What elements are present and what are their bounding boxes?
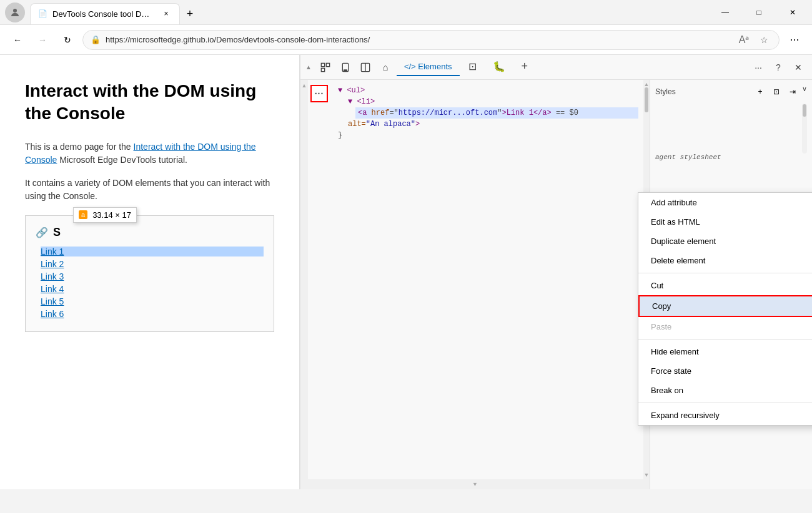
svg-rect-3 [321,68,324,71]
devtools-tabs: </> Elements ⊡ 🐛 + [397,56,747,78]
link-6[interactable]: Link 6 [41,309,264,319]
url-bar[interactable]: 🔒 https://microsoftedge.github.io/Demos/… [82,30,780,50]
link-2[interactable]: Link 2 [41,259,264,269]
tab-console[interactable]: ⊡ [461,57,484,77]
styles-add-icon[interactable]: + [753,85,767,99]
forward-button[interactable]: → [32,30,52,50]
li-tag: ▼ <li> [348,97,375,106]
alt-attr: alt= [348,120,366,129]
tab-sources[interactable]: 🐛 [485,57,513,77]
tooltip-letter: a [79,210,87,219]
dom-line-a[interactable]: <a href="https://micr...oft.com">Link 1<… [355,107,638,119]
dom-scroll-up[interactable]: ▲ [305,64,312,71]
demo-box: 🔗 S a 33.14 × 17 Link 1 Link 2 Link 3 Li… [25,215,274,332]
devtools-more-button[interactable]: ··· [750,59,767,76]
ctx-divider-1 [638,273,812,273]
close-button[interactable]: ✕ [778,2,807,22]
scroll-up-arrow[interactable]: ▲ [302,82,307,89]
tab-title: DevTools Console tool DOM inte [52,9,156,19]
scrollbar-thumb[interactable] [645,87,648,112]
scroll-up[interactable]: ▲ [644,81,650,87]
styles-collapse[interactable]: ∨ [802,85,807,99]
browser-more-button[interactable]: ··· [785,30,805,50]
ctx-duplicate[interactable]: Duplicate element [638,232,812,251]
link-1[interactable]: Link 1 [41,247,264,256]
url-icons: Aᵃ ☆ [736,32,771,47]
ctx-break-on[interactable]: Break on ▶ [638,381,812,400]
svg-point-0 [13,9,17,12]
link-4[interactable]: Link 4 [41,284,264,294]
alt-value: "An alpaca" [366,120,415,129]
desc-text-end: Microsoft Edge DevTools tutorial. [57,155,187,165]
ul-tag: ▼ <ul> [338,86,365,95]
ctx-copy[interactable]: Copy ▶ [638,295,812,317]
ctx-hide[interactable]: Hide element [638,342,812,361]
dom-line-li: ▼ <li> [345,96,638,107]
ctx-cut[interactable]: Cut [638,276,812,295]
minimize-button[interactable]: — [711,2,740,22]
ctx-force-state[interactable]: Force state ▶ [638,361,812,381]
window-controls: — □ ✕ [711,2,807,22]
device-icon[interactable] [337,59,354,76]
svg-rect-1 [321,63,324,66]
refresh-button[interactable]: ↻ [57,30,77,50]
dom-line-img: alt="An alpaca"> [345,119,638,130]
dom-line-ul: ▼ <ul> [335,85,638,96]
link-3[interactable]: Link 3 [41,271,264,281]
favorites-icon[interactable]: ☆ [756,32,771,47]
tab-bar: 📄 DevTools Console tool DOM inte × + [30,1,200,24]
address-bar: ← → ↻ 🔒 https://microsoftedge.github.io/… [0,25,812,55]
tab-close-button[interactable]: × [161,8,172,19]
styles-header: Styles + ⊡ ⇥ ∨ [655,85,807,99]
dom-tree: ▼ <ul> ▼ <li> <a href="https://micr...of… [330,80,643,479]
ctx-expand[interactable]: Expand recursively [638,406,812,425]
read-aloud-icon[interactable]: Aᵃ [736,32,751,47]
svg-rect-2 [326,63,329,66]
scroll-down[interactable]: ▼ [644,472,650,478]
ctx-divider-3 [638,403,812,403]
styles-icons: + ⊡ ⇥ ∨ [753,85,807,99]
browser-tab[interactable]: 📄 DevTools Console tool DOM inte × [30,3,180,24]
attr-href-value: https://micr...oft.com [399,109,497,117]
ctx-add-attribute[interactable]: Add attribute [638,193,812,212]
more-dots-button[interactable]: ··· [310,85,328,102]
tab-favicon: 📄 [38,9,47,18]
styles-label: Styles [655,87,676,96]
svg-rect-5 [344,70,347,71]
tooltip-dimensions: 33.14 × 17 [92,210,131,220]
devtools-close-button[interactable]: ✕ [790,59,807,76]
user-avatar [5,2,25,22]
inspect-icon[interactable] [317,59,334,76]
devtools-panel: ▲ ⌂ </> Elements ⊡ 🐛 + ··· ? ✕ [300,55,812,489]
back-button[interactable]: ← [7,30,27,50]
dom-left-scroll: ▲ [300,80,308,479]
section-link-icon: 🔗 [36,227,48,238]
dom-bottom-scroll: ▼ [300,479,650,489]
styles-arrow-icon[interactable]: ⇥ [786,85,800,99]
ctx-paste: Paste [638,317,812,336]
styles-scrollbar-area [655,104,807,154]
context-menu: Add attribute Edit as HTML Duplicate ele… [638,192,812,426]
devtools-help-button[interactable]: ? [770,59,787,76]
section-title: S [53,226,61,239]
styles-copy-icon[interactable]: ⊡ [770,85,783,99]
ctx-delete[interactable]: Delete element [638,251,812,270]
ctx-divider-2 [638,339,812,340]
webpage-content: Interact with the DOM using the Console … [0,55,300,489]
page-heading: Interact with the DOM using the Console [25,80,274,125]
title-bar: 📄 DevTools Console tool DOM inte × + — □… [0,0,812,25]
home-icon[interactable]: ⌂ [377,59,394,76]
tab-add[interactable]: + [514,56,536,78]
attr-href: href [372,109,390,117]
styles-scrollbar[interactable] [802,104,807,154]
layout-icon[interactable] [357,59,374,76]
styles-scrollbar-thumb[interactable] [803,104,806,117]
scroll-down-arrow[interactable]: ▼ [472,481,478,487]
ctx-edit-html[interactable]: Edit as HTML [638,212,812,232]
link-5[interactable]: Link 5 [41,296,264,306]
dom-line-bracket: } [335,130,638,141]
tab-elements[interactable]: </> Elements [397,58,460,76]
new-tab-button[interactable]: + [180,4,200,24]
demo-box-header: 🔗 S a 33.14 × 17 [36,226,264,239]
maximize-button[interactable]: □ [745,2,773,22]
